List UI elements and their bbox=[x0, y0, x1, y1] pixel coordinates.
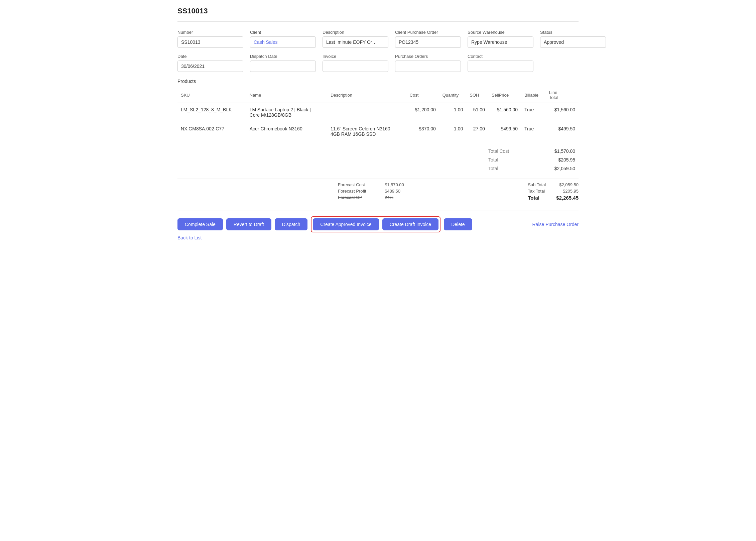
complete-sale-button[interactable]: Complete Sale bbox=[177, 218, 223, 230]
forecast-gp-row: Forecast GP 24% bbox=[338, 195, 404, 200]
dispatch-date-input[interactable] bbox=[250, 61, 316, 72]
totals-right: Total Cost $1,570.00 Total $205.95 Total… bbox=[485, 148, 579, 172]
table-row: LM_SL2_128_8_M_BLK LM Surface Laptop 2 |… bbox=[177, 103, 579, 122]
total-cost-row: Total Cost $1,570.00 bbox=[485, 148, 579, 154]
forecast-profit-value: $489.50 bbox=[385, 189, 400, 194]
table-row: NX.GM8SA.002-C77 Acer Chromebook N3160 1… bbox=[177, 122, 579, 141]
delete-button[interactable]: Delete bbox=[444, 218, 472, 230]
grand-total-label: Total bbox=[528, 195, 539, 201]
row2-soh: 27.00 bbox=[466, 122, 488, 141]
forecast-gp-label: Forecast GP bbox=[338, 195, 375, 200]
products-table-header: SKU Name Description Cost Quantity SOH S… bbox=[177, 87, 579, 103]
total-cost-label: Total Cost bbox=[488, 148, 509, 154]
client-po-input[interactable] bbox=[395, 36, 461, 48]
forecast-profit-row: Forecast Profit $489.50 bbox=[338, 189, 404, 194]
sub-total-label: Sub Total bbox=[528, 182, 546, 187]
number-input[interactable] bbox=[177, 36, 243, 48]
source-warehouse-input[interactable] bbox=[468, 36, 533, 48]
dispatch-date-label: Dispatch Date bbox=[250, 54, 316, 59]
contact-input[interactable] bbox=[468, 61, 533, 72]
row2-sell-price: $499.50 bbox=[488, 122, 521, 141]
forecast-cost-label: Forecast Cost bbox=[338, 182, 375, 187]
grand-total-row: Total $2,265.45 bbox=[528, 195, 579, 201]
products-section: Products SKU Name Description Cost Quant… bbox=[177, 79, 579, 141]
field-purchase-orders: Purchase Orders bbox=[395, 54, 461, 72]
total2-value: $2,059.50 bbox=[554, 166, 575, 171]
description-input[interactable] bbox=[323, 36, 388, 48]
form-row-1: Number Client Description Client Purchas… bbox=[177, 30, 579, 48]
total1-value: $205.95 bbox=[558, 157, 575, 163]
purchase-orders-label: Purchase Orders bbox=[395, 54, 461, 59]
tax-total-row: Tax Total $205.95 bbox=[528, 189, 579, 194]
row1-sell-price: $1,560.00 bbox=[488, 103, 521, 122]
contact-label: Contact bbox=[468, 54, 533, 59]
totals-section: Total Cost $1,570.00 Total $205.95 Total… bbox=[177, 148, 579, 172]
row2-billable: True bbox=[521, 122, 546, 141]
status-label: Status bbox=[540, 30, 606, 35]
form-row-2: Date Dispatch Date Invoice Purchase Orde… bbox=[177, 54, 579, 72]
tax-total-label: Tax Total bbox=[528, 189, 545, 194]
tax-total-value: $205.95 bbox=[563, 189, 579, 194]
revert-to-draft-button[interactable]: Revert to Draft bbox=[226, 218, 271, 230]
row1-sku: LM_SL2_128_8_M_BLK bbox=[177, 103, 246, 122]
field-invoice: Invoice bbox=[323, 54, 388, 72]
field-source-warehouse: Source Warehouse bbox=[468, 30, 533, 48]
col-sku: SKU bbox=[177, 87, 246, 103]
row1-soh: 51.00 bbox=[466, 103, 488, 122]
row2-description: 11.6" Screen Celeron N31604GB RAM 16GB S… bbox=[327, 122, 406, 141]
row1-billable: True bbox=[521, 103, 546, 122]
forecast-cost-value: $1,570.00 bbox=[385, 182, 404, 187]
field-contact: Contact bbox=[468, 54, 533, 72]
sub-total-value: $2,059.50 bbox=[559, 182, 579, 187]
total2-row: Total $2,059.50 bbox=[485, 165, 579, 172]
sub-total-row: Sub Total $2,059.50 bbox=[528, 182, 579, 187]
forecast-profit-label: Forecast Profit bbox=[338, 189, 375, 194]
status-input[interactable] bbox=[540, 36, 606, 48]
raise-purchase-order-button[interactable]: Raise Purchase Order bbox=[532, 221, 579, 227]
col-name: Name bbox=[246, 87, 327, 103]
products-label: Products bbox=[177, 79, 579, 84]
client-input[interactable] bbox=[250, 36, 316, 48]
col-cost: Cost bbox=[406, 87, 439, 103]
number-label: Number bbox=[177, 30, 243, 35]
col-soh: SOH bbox=[466, 87, 488, 103]
page-title: SS10013 bbox=[177, 7, 579, 15]
footer-row-2: Back to List bbox=[177, 235, 579, 240]
forecast-cost-row: Forecast Cost $1,570.00 bbox=[338, 182, 404, 187]
row1-name: LM Surface Laptop 2 | Black |Core M/128G… bbox=[246, 103, 327, 122]
create-approved-invoice-button[interactable]: Create Approved Invoice bbox=[313, 218, 379, 230]
field-dispatch-date: Dispatch Date bbox=[250, 54, 316, 72]
purchase-orders-input[interactable] bbox=[395, 61, 461, 72]
invoice-label: Invoice bbox=[323, 54, 388, 59]
highlight-group: Create Approved Invoice Create Draft Inv… bbox=[311, 216, 440, 232]
source-warehouse-label: Source Warehouse bbox=[468, 30, 533, 35]
field-number: Number bbox=[177, 30, 243, 48]
field-date: Date bbox=[177, 54, 243, 72]
dispatch-button[interactable]: Dispatch bbox=[275, 218, 307, 230]
date-input[interactable] bbox=[177, 61, 243, 72]
grand-total-value: $2,265.45 bbox=[556, 195, 579, 201]
client-label: Client bbox=[250, 30, 316, 35]
date-label: Date bbox=[177, 54, 243, 59]
summary-block: Sub Total $2,059.50 Tax Total $205.95 To… bbox=[528, 182, 579, 201]
col-quantity: Quantity bbox=[439, 87, 467, 103]
invoice-input[interactable] bbox=[323, 61, 388, 72]
total-cost-value: $1,570.00 bbox=[554, 148, 575, 154]
footer-buttons: Complete Sale Revert to Draft Dispatch C… bbox=[177, 211, 579, 232]
total1-label: Total bbox=[488, 157, 498, 163]
back-to-list-button[interactable]: Back to List bbox=[177, 235, 202, 240]
row1-cost: $1,200.00 bbox=[406, 103, 439, 122]
row1-line-total: $1,560.00 bbox=[546, 103, 579, 122]
field-client-po: Client Purchase Order bbox=[395, 30, 461, 48]
products-table-body: LM_SL2_128_8_M_BLK LM Surface Laptop 2 |… bbox=[177, 103, 579, 141]
row2-line-total: $499.50 bbox=[546, 122, 579, 141]
products-table: SKU Name Description Cost Quantity SOH S… bbox=[177, 87, 579, 141]
row1-description bbox=[327, 103, 406, 122]
row2-quantity: 1.00 bbox=[439, 122, 467, 141]
create-draft-invoice-button[interactable]: Create Draft Invoice bbox=[382, 218, 439, 230]
description-label: Description bbox=[323, 30, 388, 35]
forecast-gp-value: 24% bbox=[385, 195, 393, 200]
row2-sku: NX.GM8SA.002-C77 bbox=[177, 122, 246, 141]
col-line-total: LineTotal bbox=[546, 87, 579, 103]
total2-label: Total bbox=[488, 166, 498, 171]
